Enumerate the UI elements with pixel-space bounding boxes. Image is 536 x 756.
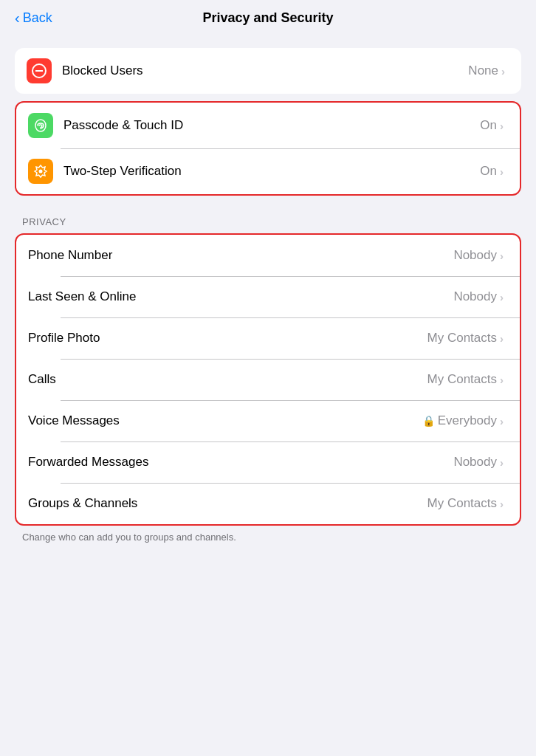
lock-icon: 🔒 [422, 415, 435, 427]
voice-messages-row[interactable]: Voice Messages 🔒 Everybody › [16, 400, 520, 441]
phone-number-value: Nobody › [453, 248, 504, 263]
svg-point-3 [39, 170, 43, 173]
security-section: Blocked Users None › [0, 48, 536, 196]
security-highlighted-card: Passcode & Touch ID On › Two-Step Verif [15, 101, 521, 196]
two-step-value: On › [480, 164, 504, 179]
calls-row[interactable]: Calls My Contacts › [16, 359, 520, 400]
chevron-right-icon: › [500, 332, 504, 345]
forwarded-messages-row[interactable]: Forwarded Messages Nobody › [16, 441, 520, 483]
chevron-right-icon: › [500, 165, 504, 178]
chevron-right-icon: › [500, 291, 504, 303]
blocked-users-row[interactable]: Blocked Users None › [15, 48, 521, 94]
back-chevron-icon: ‹ [15, 10, 20, 25]
chevron-right-icon: › [501, 65, 505, 78]
chevron-right-icon: › [500, 374, 504, 386]
passcode-label: Passcode & Touch ID [63, 118, 480, 133]
groups-channels-value: My Contacts › [427, 496, 504, 511]
back-label: Back [23, 10, 52, 26]
calls-label: Calls [28, 372, 427, 387]
privacy-section: PRIVACY Phone Number Nobody › Last Seen … [0, 216, 536, 543]
profile-photo-value: My Contacts › [427, 331, 504, 346]
privacy-section-footer: Change who can add you to groups and cha… [0, 526, 536, 543]
groups-channels-label: Groups & Channels [28, 496, 427, 511]
header: ‹ Back Privacy and Security [0, 0, 536, 33]
chevron-right-icon: › [500, 250, 504, 262]
blocked-users-value: None › [468, 63, 505, 78]
privacy-section-label: PRIVACY [0, 216, 536, 233]
back-button[interactable]: ‹ Back [15, 10, 52, 26]
forwarded-messages-label: Forwarded Messages [28, 455, 453, 470]
blocked-users-label: Blocked Users [62, 63, 468, 78]
last-seen-label: Last Seen & Online [28, 289, 453, 304]
passcode-row[interactable]: Passcode & Touch ID On › [16, 103, 520, 148]
last-seen-value: Nobody › [453, 289, 504, 304]
blocked-users-card: Blocked Users None › [15, 48, 521, 94]
forwarded-messages-value: Nobody › [453, 455, 504, 470]
two-step-label: Two-Step Verification [63, 164, 480, 179]
voice-messages-label: Voice Messages [28, 413, 422, 428]
voice-messages-value: 🔒 Everybody › [422, 413, 504, 428]
page-title: Privacy and Security [202, 10, 333, 26]
two-step-row[interactable]: Two-Step Verification On › [16, 148, 520, 194]
calls-value: My Contacts › [427, 372, 504, 387]
svg-point-2 [35, 120, 46, 131]
chevron-right-icon: › [500, 456, 504, 469]
passcode-value: On › [480, 118, 504, 133]
phone-number-row[interactable]: Phone Number Nobody › [16, 235, 520, 276]
passcode-icon [28, 113, 53, 138]
profile-photo-row[interactable]: Profile Photo My Contacts › [16, 317, 520, 359]
chevron-right-icon: › [500, 498, 504, 510]
groups-channels-row[interactable]: Groups & Channels My Contacts › [16, 483, 520, 524]
chevron-right-icon: › [500, 120, 504, 132]
content: Blocked Users None › [0, 33, 536, 578]
privacy-card: Phone Number Nobody › Last Seen & Online… [15, 233, 521, 526]
last-seen-row[interactable]: Last Seen & Online Nobody › [16, 276, 520, 317]
two-step-icon [28, 159, 53, 184]
chevron-right-icon: › [500, 415, 504, 427]
phone-number-label: Phone Number [28, 248, 453, 263]
blocked-users-icon [27, 58, 52, 83]
profile-photo-label: Profile Photo [28, 331, 427, 346]
